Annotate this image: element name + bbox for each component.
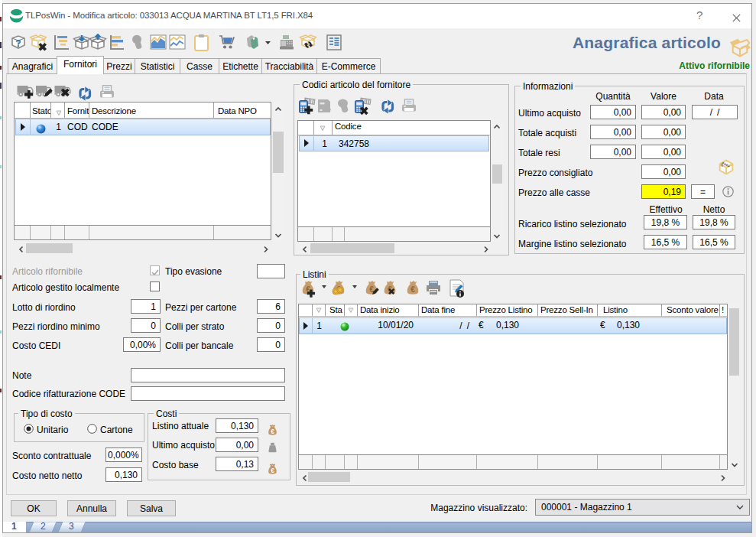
svg-text:€: € bbox=[271, 428, 274, 435]
svg-text:€: € bbox=[271, 467, 274, 474]
svg-text:?: ? bbox=[15, 38, 21, 49]
